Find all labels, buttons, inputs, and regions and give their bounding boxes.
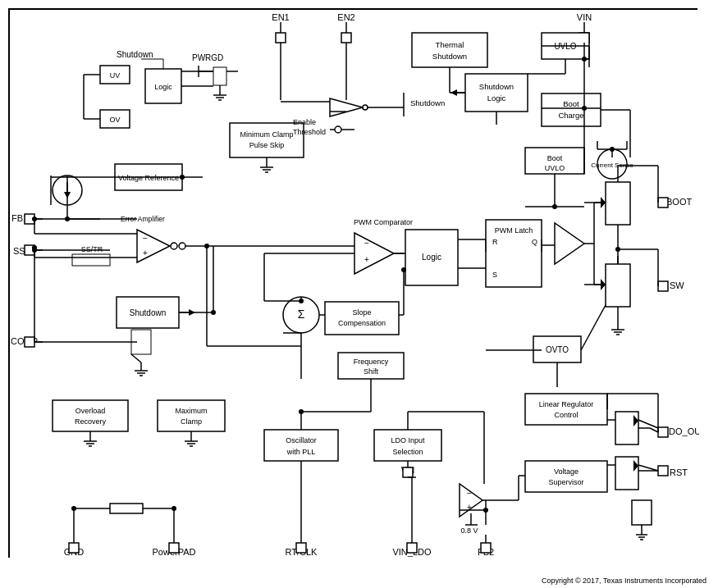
svg-point-247 (171, 506, 176, 511)
enable-threshold-label1: Enable (293, 118, 316, 126)
svg-point-50 (179, 243, 185, 249)
en1-label: EN1 (272, 12, 289, 22)
svg-rect-30 (481, 543, 491, 553)
copyright-text: Copyright © 2017, Texas Instruments Inco… (542, 577, 707, 585)
boot-uvlo-label1: Boot (547, 154, 563, 162)
svg-point-238 (483, 508, 488, 513)
opamp-minus: − (467, 489, 472, 498)
svg-point-251 (211, 310, 216, 315)
boot-charge-label1: Boot (563, 99, 579, 108)
svg-point-199 (610, 147, 615, 152)
svg-rect-102 (525, 394, 607, 425)
vin-label: VIN (577, 12, 592, 22)
ldo-sel-label2: Selection (392, 448, 423, 456)
svg-rect-107 (615, 412, 638, 444)
sum-symbol: Σ (298, 308, 305, 321)
svg-rect-93 (325, 302, 399, 335)
osc-pll-label2: with PLL (286, 448, 316, 456)
svg-rect-83 (606, 264, 630, 307)
svg-rect-26 (296, 543, 306, 553)
lreg-label1: Linear Regulator (539, 400, 594, 408)
enable-threshold-label2: Threshold (293, 128, 326, 136)
pwm-logic-label: Logic (422, 253, 441, 262)
svg-point-161 (32, 217, 37, 221)
shutdown-topleft-label: Shutdown (117, 50, 153, 59)
min-clamp-label1: Minimum Clamp (240, 130, 293, 139)
uv-label: UV (110, 71, 121, 80)
svg-point-174 (32, 245, 37, 250)
svg-point-256 (299, 299, 304, 303)
freq-shift-label1: Frequency (354, 358, 389, 366)
svg-rect-51 (72, 254, 110, 266)
svg-rect-22 (69, 543, 79, 553)
svg-rect-18 (658, 427, 668, 437)
shutdown-block-label: Shutdown (130, 308, 166, 317)
svg-rect-2 (276, 33, 286, 43)
thermal-shutdown-label1: Thermal (436, 40, 464, 49)
svg-point-179 (401, 267, 406, 272)
rst-label: RST (670, 467, 688, 477)
svg-point-49 (171, 243, 177, 249)
svg-rect-111 (615, 457, 638, 490)
r-label: R (492, 238, 498, 246)
voltage-reference-label: Voltage Reference (118, 174, 179, 182)
svg-rect-36 (213, 67, 226, 85)
max-clamp-label2: Clamp (181, 417, 202, 426)
svg-point-204 (552, 204, 557, 209)
vsup-label2: Supervisor (548, 478, 583, 486)
ldoout-label: LDO_OUT (664, 426, 699, 436)
max-clamp-label1: Maximum (175, 407, 207, 415)
boot-charge-label2: Charge (558, 111, 583, 120)
ldo-sel-label1: LDO Input (391, 436, 425, 444)
diagram-area: EN1 EN2 VIN FB1 SS COMP GND PowerPAD RT/… (8, 8, 697, 558)
minus-sign: − (143, 234, 148, 243)
pwrgd-label: PWRGD (192, 53, 223, 62)
ovto-label: OVTO (546, 345, 569, 354)
svg-point-157 (180, 175, 185, 180)
vsup-label1: Voltage (554, 467, 579, 476)
svg-rect-14 (658, 198, 668, 207)
svg-rect-78 (606, 182, 630, 225)
svg-rect-97 (158, 400, 225, 431)
svg-rect-66 (412, 33, 487, 67)
shutdown-logic-label2: Logic (487, 93, 506, 103)
sw-label: SW (670, 280, 684, 290)
svg-rect-96 (53, 400, 128, 431)
logic-uv-ov-label: Logic (154, 83, 172, 91)
pwm-latch-label: PWM Latch (495, 226, 533, 235)
v08-label: 0.8 V (460, 526, 478, 535)
overload-recovery-label2: Recovery (75, 417, 107, 426)
q-label: Q (532, 238, 537, 246)
svg-rect-20 (658, 466, 668, 476)
slope-comp-label1: Slope (352, 308, 371, 317)
plus-sign: + (143, 248, 148, 258)
svg-rect-101 (403, 467, 413, 477)
svg-rect-103 (525, 461, 607, 492)
s-label: S (492, 271, 497, 279)
svg-rect-69 (542, 93, 601, 126)
svg-point-248 (71, 506, 76, 511)
boot-label: BOOT (666, 197, 692, 207)
svg-rect-99 (374, 430, 441, 461)
svg-point-208 (299, 409, 304, 414)
overload-recovery-label1: Overload (75, 407, 106, 415)
svg-point-142 (335, 126, 341, 133)
lreg-label2: Control (554, 411, 578, 419)
boot-uvlo-label2: UVLO (545, 164, 565, 172)
pwm-minus: − (364, 239, 369, 248)
svg-rect-67 (465, 74, 528, 112)
shutdown-logic-label1: Shutdown (479, 82, 514, 91)
svg-rect-4 (341, 33, 351, 43)
svg-rect-12 (25, 337, 34, 347)
ov-label: OV (109, 116, 120, 124)
freq-shift-label2: Shift (364, 367, 379, 376)
thermal-shutdown-label2: Shutdown (432, 52, 467, 61)
svg-point-140 (363, 105, 368, 110)
shutdown-arrow-label: Shutdown (410, 98, 445, 107)
svg-rect-24 (169, 543, 179, 553)
slope-comp-label2: Compensation (338, 319, 386, 327)
svg-point-194 (615, 247, 620, 252)
sstr-label: SS/TR (81, 245, 103, 253)
ss-label: SS (13, 246, 25, 256)
pwm-comparator-label: PWM Comparator (354, 218, 413, 226)
